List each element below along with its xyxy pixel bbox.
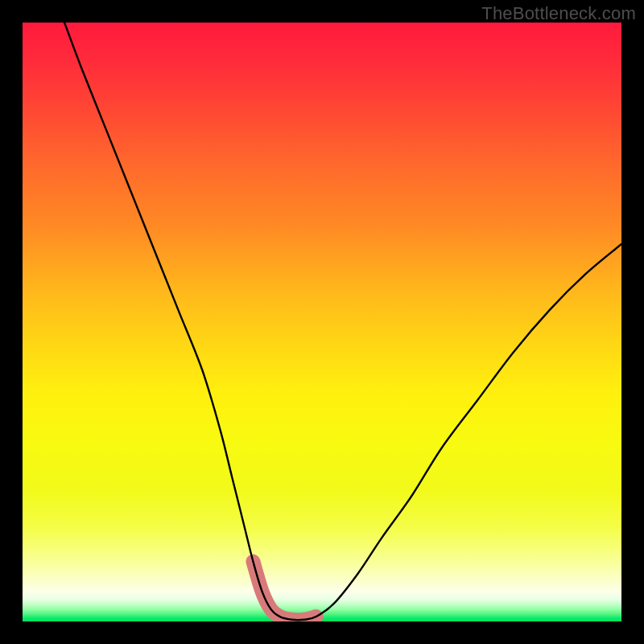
curve-layer (23, 23, 621, 621)
plot-area (23, 23, 621, 621)
bottleneck-curve (64, 23, 621, 620)
chart-frame: TheBottleneck.com (0, 0, 644, 644)
watermark-text: TheBottleneck.com (481, 3, 636, 24)
